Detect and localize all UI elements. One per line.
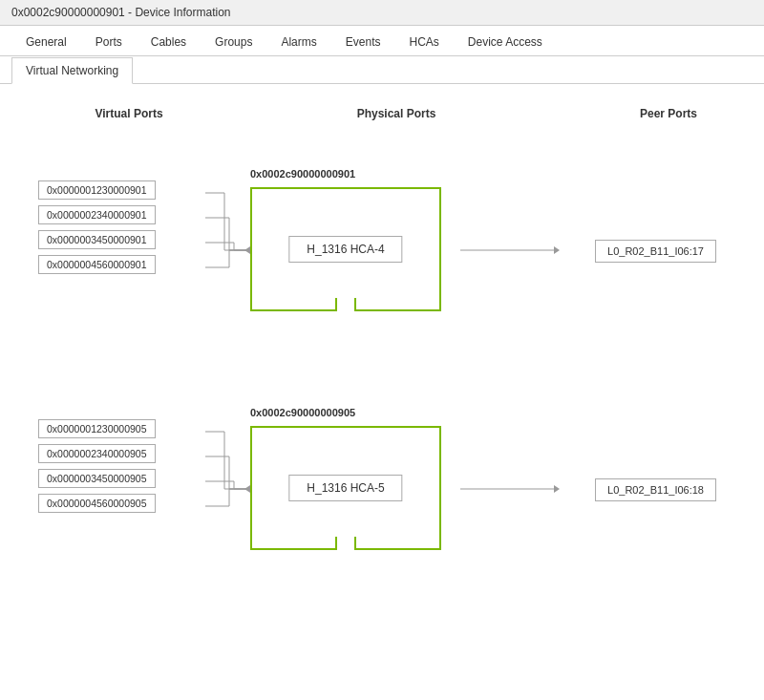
- tab-hcas[interactable]: HCAs: [394, 27, 453, 56]
- device-label-2: 0x0002c90000000905: [250, 407, 355, 418]
- device-section-2: 0x0002c90000000905 H_1316 HCA-5 0x000000…: [19, 386, 745, 596]
- sub-tab-virtual-networking[interactable]: Virtual Networking: [11, 57, 133, 84]
- vport-1-2[interactable]: 0x0000003450000901: [38, 230, 156, 249]
- tab-bar: General Ports Cables Groups Alarms Event…: [0, 26, 764, 56]
- col-header-peer: Peer Ports: [592, 107, 745, 120]
- sub-tab-bar: Virtual Networking: [0, 56, 764, 84]
- device-section-1: 0x0002c90000000901 H_1316 HCA-4 0x000000…: [19, 147, 745, 357]
- device-label-1: 0x0002c90000000901: [250, 168, 355, 180]
- columns-header: Virtual Ports Physical Ports Peer Ports: [19, 99, 745, 128]
- col-header-virtual: Virtual Ports: [48, 107, 210, 120]
- vport-2-0[interactable]: 0x0000001230000905: [38, 419, 156, 438]
- page-title: 0x0002c90000000901 - Device Information: [11, 6, 231, 19]
- tab-general[interactable]: General: [11, 27, 81, 56]
- green-frame-2: H_1316 HCA-5: [250, 426, 441, 550]
- svg-marker-29: [554, 485, 560, 493]
- svg-marker-14: [554, 246, 560, 254]
- tab-alarms[interactable]: Alarms: [266, 27, 330, 56]
- tab-groups[interactable]: Groups: [201, 27, 266, 56]
- main-content: Virtual Ports Physical Ports Peer Ports: [0, 84, 764, 640]
- physical-port-box-1[interactable]: H_1316 HCA-4: [288, 236, 402, 263]
- col-header-physical: Physical Ports: [301, 107, 492, 120]
- vport-1-3[interactable]: 0x0000004560000901: [38, 255, 156, 274]
- green-frame-1: H_1316 HCA-4: [250, 187, 441, 311]
- title-bar: 0x0002c90000000901 - Device Information: [0, 0, 764, 26]
- vport-1-1[interactable]: 0x0000002340000901: [38, 205, 156, 224]
- peer-port-2[interactable]: L0_R02_B11_I06:18: [595, 478, 716, 501]
- vport-2-2[interactable]: 0x0000003450000905: [38, 469, 156, 488]
- tab-ports[interactable]: Ports: [81, 27, 137, 56]
- vport-2-1[interactable]: 0x0000002340000905: [38, 444, 156, 463]
- peer-port-1[interactable]: L0_R02_B11_I06:17: [595, 240, 716, 263]
- virtual-ports-2: 0x0000001230000905 0x0000002340000905 0x…: [38, 419, 156, 513]
- tab-device-access[interactable]: Device Access: [454, 27, 557, 56]
- tab-cables[interactable]: Cables: [137, 27, 201, 56]
- virtual-ports-1: 0x0000001230000901 0x0000002340000901 0x…: [38, 180, 156, 274]
- vport-1-0[interactable]: 0x0000001230000901: [38, 180, 156, 200]
- physical-port-box-2[interactable]: H_1316 HCA-5: [288, 475, 402, 501]
- vport-2-3[interactable]: 0x0000004560000905: [38, 494, 156, 513]
- tab-events[interactable]: Events: [331, 27, 395, 56]
